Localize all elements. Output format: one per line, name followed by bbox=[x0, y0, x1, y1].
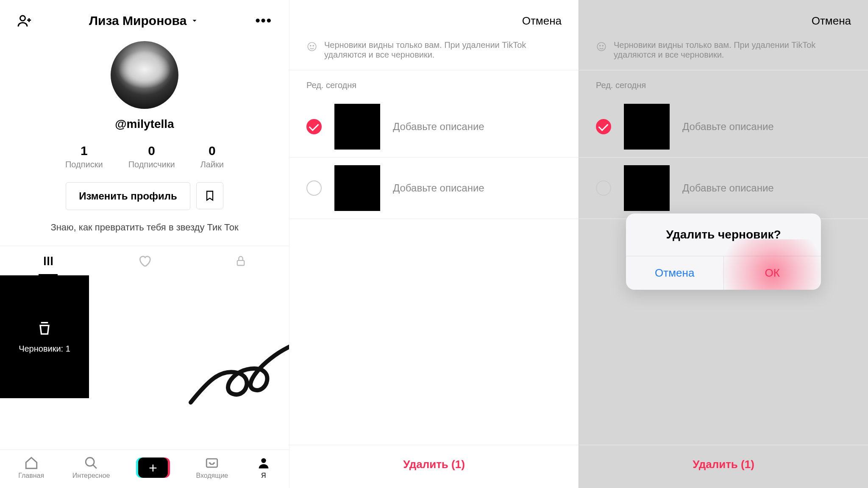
draft-thumbnail[interactable] bbox=[624, 104, 670, 150]
bio-text: Знаю, как превратить тебя в звезду Тик Т… bbox=[0, 222, 289, 233]
draft-description: Добавьте описание bbox=[682, 121, 774, 133]
username: @milytella bbox=[0, 117, 289, 131]
profile-name: Лиза Миронова bbox=[89, 14, 186, 28]
dialog-title: Удалить черновик? bbox=[626, 214, 821, 256]
inbox-icon bbox=[205, 456, 219, 470]
stat-following[interactable]: 1 Подписки bbox=[65, 144, 103, 169]
drafts-tile[interactable]: Черновики: 1 bbox=[0, 275, 89, 398]
svg-rect-4 bbox=[237, 260, 244, 265]
profile-name-dropdown[interactable]: Лиза Миронова bbox=[89, 14, 198, 28]
svg-point-13 bbox=[602, 45, 603, 46]
svg-rect-1 bbox=[44, 257, 46, 265]
smile-icon bbox=[306, 41, 317, 52]
profile-tabs bbox=[0, 246, 289, 275]
draft-description: Добавьте описание bbox=[393, 182, 484, 194]
drafts-screen-dialog: Отмена Черновики видны только вам. При у… bbox=[579, 0, 868, 488]
draft-checkbox[interactable] bbox=[306, 180, 322, 196]
tab-private[interactable] bbox=[193, 246, 289, 275]
draft-checkbox[interactable] bbox=[306, 119, 322, 134]
draft-thumbnail[interactable] bbox=[334, 165, 380, 211]
draft-description: Добавьте описание bbox=[682, 182, 774, 194]
delete-button[interactable]: Удалить (1) bbox=[289, 445, 579, 488]
profile-header: Лиза Миронова ••• bbox=[0, 0, 289, 33]
dialog-ok-button[interactable]: ОК bbox=[724, 256, 821, 290]
drafts-info: Черновики видны только вам. При удалении… bbox=[289, 38, 579, 70]
svg-point-10 bbox=[313, 45, 314, 46]
bookmarks-button[interactable] bbox=[196, 182, 223, 209]
tab-feed[interactable] bbox=[0, 246, 96, 275]
tab-liked[interactable] bbox=[96, 246, 192, 275]
more-icon[interactable]: ••• bbox=[255, 13, 272, 28]
svg-rect-3 bbox=[51, 257, 53, 265]
svg-point-9 bbox=[310, 45, 311, 46]
draft-checkbox[interactable] bbox=[596, 119, 611, 134]
nav-home[interactable]: Главная bbox=[18, 456, 44, 480]
svg-point-12 bbox=[600, 45, 601, 46]
stat-likes[interactable]: 0 Лайки bbox=[200, 144, 224, 169]
cancel-button[interactable]: Отмена bbox=[522, 14, 562, 28]
draft-item[interactable]: Добавьте описание bbox=[289, 96, 579, 158]
chevron-down-icon bbox=[191, 17, 198, 25]
delete-button[interactable]: Удалить (1) bbox=[579, 445, 868, 488]
svg-point-0 bbox=[20, 16, 25, 21]
heart-outline-icon bbox=[138, 254, 151, 268]
section-today: Ред. сегодня bbox=[579, 70, 868, 96]
draft-description: Добавьте описание bbox=[393, 121, 484, 133]
draft-checkbox[interactable] bbox=[596, 180, 611, 196]
profile-screen: Лиза Миронова ••• @milytella 1 Подписки … bbox=[0, 0, 289, 488]
svg-rect-6 bbox=[207, 459, 218, 467]
drafts-screen: Отмена Черновики видны только вам. При у… bbox=[289, 0, 579, 488]
draft-thumbnail[interactable] bbox=[624, 165, 670, 211]
draft-item[interactable]: Добавьте описание bbox=[289, 158, 579, 219]
drafts-tile-label: Черновики: 1 bbox=[19, 344, 70, 354]
svg-rect-2 bbox=[47, 257, 49, 265]
draft-item[interactable]: Добавьте описание bbox=[579, 96, 868, 158]
plus-icon: + bbox=[149, 460, 157, 475]
bookmark-icon bbox=[204, 190, 216, 202]
stat-followers[interactable]: 0 Подписчики bbox=[128, 144, 175, 169]
svg-point-7 bbox=[261, 458, 266, 463]
home-icon bbox=[24, 456, 39, 470]
svg-point-8 bbox=[308, 42, 316, 51]
avatar[interactable] bbox=[111, 41, 178, 109]
feed-icon bbox=[42, 255, 55, 267]
edit-profile-button[interactable]: Изменить профиль bbox=[66, 182, 190, 210]
cancel-button[interactable]: Отмена bbox=[812, 14, 851, 28]
lock-icon bbox=[235, 255, 247, 267]
nav-create-button[interactable]: + bbox=[138, 458, 168, 478]
bottom-nav: Главная Интересное + Входящие Я bbox=[0, 449, 289, 488]
smile-icon bbox=[596, 41, 607, 52]
confirm-dialog: Удалить черновик? Отмена ОК bbox=[626, 214, 821, 290]
draft-thumbnail[interactable] bbox=[334, 104, 380, 150]
person-icon bbox=[256, 456, 271, 470]
add-person-icon[interactable] bbox=[17, 13, 32, 28]
nav-discover[interactable]: Интересное bbox=[72, 456, 110, 480]
video-grid: Черновики: 1 bbox=[0, 275, 289, 398]
dialog-cancel-button[interactable]: Отмена bbox=[626, 256, 724, 290]
section-today: Ред. сегодня bbox=[289, 70, 579, 96]
svg-point-11 bbox=[597, 42, 606, 51]
nav-me[interactable]: Я bbox=[256, 456, 271, 480]
stats-row: 1 Подписки 0 Подписчики 0 Лайки bbox=[0, 144, 289, 169]
draft-item[interactable]: Добавьте описание bbox=[579, 158, 868, 219]
svg-point-5 bbox=[86, 458, 94, 466]
nav-inbox[interactable]: Входящие bbox=[196, 456, 228, 480]
drafts-info: Черновики видны только вам. При удалении… bbox=[579, 38, 868, 70]
drafts-icon bbox=[36, 320, 53, 339]
search-icon bbox=[84, 456, 98, 470]
